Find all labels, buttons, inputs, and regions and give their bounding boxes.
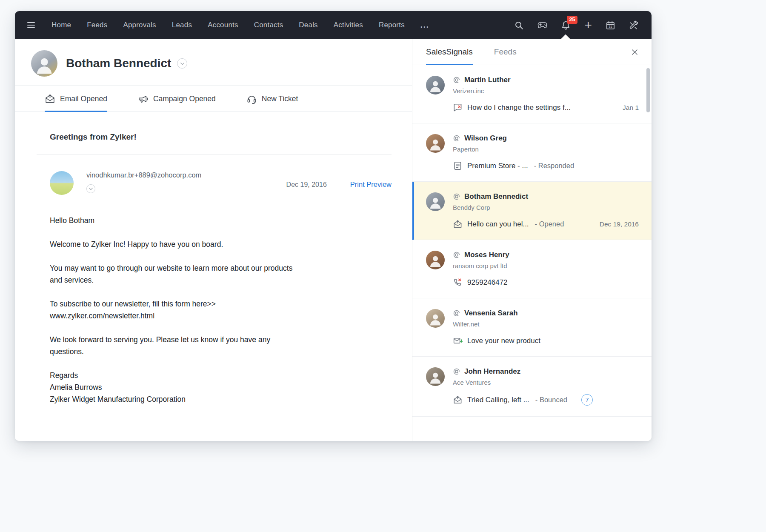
megaphone-icon <box>138 94 149 104</box>
email-body: Hello Botham Welcome to Zylker Inc! Happ… <box>50 215 382 405</box>
signal-item-john-hernandez[interactable]: John Hernandez Ace Ventures Tried Callin… <box>412 357 652 417</box>
nav-item-feeds[interactable]: Feeds <box>87 21 107 29</box>
tab-new-ticket[interactable]: New Ticket <box>246 86 298 112</box>
hamburger-icon <box>26 20 36 30</box>
nav-item-contacts[interactable]: Contacts <box>254 21 283 29</box>
nav-item-activities[interactable]: Activities <box>334 21 363 29</box>
sender-email-address: vinodhkumar.br+889@zohocorp.com <box>86 171 201 179</box>
email-paragraph: To subscribe to our newsletter, fill thi… <box>50 298 382 322</box>
notification-count-badge: 25 <box>567 16 578 24</box>
nav-more-button[interactable]: ... <box>420 21 429 30</box>
signal-item-vensenia-sarah[interactable]: Vensenia Sarah Wilfer.net Love your new … <box>412 298 652 357</box>
email-date: Dec 19, 2016 <box>286 181 327 189</box>
nav-item-leads[interactable]: Leads <box>172 21 192 29</box>
email-signature: Regards Amelia Burrows Zylker Widget Man… <box>50 369 382 405</box>
signal-detail-row: 9259246472 <box>453 277 639 287</box>
signal-count-badge: 7 <box>581 394 593 406</box>
nav-item-approvals[interactable]: Approvals <box>123 21 156 29</box>
nav-item-home[interactable]: Home <box>51 21 71 29</box>
person-silhouette-icon <box>428 195 443 210</box>
contact-avatar <box>31 50 57 77</box>
signal-name-row: Vensenia Sarah <box>453 309 639 317</box>
signal-company: Wilfer.net <box>453 320 639 328</box>
email-paragraph: Welcome to Zylker Inc! Happy to have you… <box>50 238 382 250</box>
sender-info: vinodhkumar.br+889@zohocorp.com <box>86 171 201 193</box>
email-subject: Greetings from Zylker! <box>50 132 392 142</box>
svg-text:31: 31 <box>609 25 612 29</box>
top-navigation: Home Feeds Approvals Leads Accounts Cont… <box>15 11 652 39</box>
quick-add-button[interactable]: + <box>584 19 592 31</box>
tab-campaign-opened[interactable]: Campaign Opened <box>138 86 216 112</box>
signal-company: ransom corp pvt ltd <box>453 262 639 269</box>
avatar <box>426 367 445 386</box>
email-opened-icon <box>453 395 463 405</box>
email-paragraph: You may want to go through our website t… <box>50 262 382 286</box>
panel-close-button[interactable] <box>631 48 639 56</box>
panel-tab-salessignals[interactable]: SalesSignals <box>426 39 473 65</box>
search-icon <box>514 20 524 30</box>
page-title-contact-name: Botham Bennedict <box>66 57 171 70</box>
signal-status: - Bounced <box>535 396 567 404</box>
signal-item-botham-bennedict-selected[interactable]: Botham Bennedict Benddy Corp Hello can y… <box>412 182 652 240</box>
signal-item-moses-henry[interactable]: Moses Henry ransom corp pvt ltd 92592464… <box>412 240 652 298</box>
nav-icon-group: 25 + 31 <box>514 19 639 31</box>
gamescope-button[interactable] <box>537 20 547 30</box>
panel-scrollbar-thumb[interactable] <box>646 68 650 112</box>
signal-detail-row: Tried Calling, left ... - Bounced 7 <box>453 394 639 406</box>
sender-avatar <box>50 171 74 195</box>
email-opened-icon <box>453 219 463 229</box>
signal-company: Paperton <box>453 146 639 153</box>
signal-status: - Opened <box>535 220 564 228</box>
contact-header: Botham Bennedict <box>15 39 412 85</box>
signal-item-wilson-greg[interactable]: Wilson Greg Paperton Premium Store - ...… <box>412 123 652 182</box>
person-silhouette-icon <box>428 254 443 268</box>
salessignal-icon <box>453 251 460 259</box>
content-area: Botham Bennedict Email Opened <box>15 39 652 441</box>
hamburger-menu-button[interactable] <box>26 20 36 30</box>
signal-contact-name: Wilson Greg <box>464 134 507 143</box>
signal-contact-name: Moses Henry <box>464 251 509 259</box>
tab-label: Campaign Opened <box>153 94 216 103</box>
signal-name-row: Wilson Greg <box>453 134 639 143</box>
plus-icon: + <box>584 19 592 31</box>
nav-item-deals[interactable]: Deals <box>299 21 317 29</box>
tab-email-opened[interactable]: Email Opened <box>45 86 107 112</box>
search-button[interactable] <box>514 20 524 30</box>
nav-items: Home Feeds Approvals Leads Accounts Cont… <box>51 21 429 30</box>
print-preview-link[interactable]: Print Preview <box>350 180 392 189</box>
tab-label: Email Opened <box>60 94 107 103</box>
person-silhouette-icon <box>428 312 443 326</box>
avatar <box>426 76 445 94</box>
nav-item-reports[interactable]: Reports <box>379 21 405 29</box>
survey-icon <box>453 161 463 171</box>
sender-details-chevron[interactable] <box>86 184 95 193</box>
app-window: Home Feeds Approvals Leads Accounts Cont… <box>15 11 652 441</box>
signal-detail-row: How do I change the settings f... Jan 1 <box>453 103 639 112</box>
signal-item-content: Wilson Greg Paperton Premium Store - ...… <box>453 134 639 171</box>
setup-tools-button[interactable] <box>629 20 639 30</box>
tools-icon <box>629 20 639 30</box>
signal-message: Hello can you hel... <box>467 220 529 229</box>
email-received-icon <box>453 336 463 346</box>
contact-options-chevron[interactable] <box>177 58 187 69</box>
signal-item-martin-luther[interactable]: Martin Luther Verizen.inc How do I chang… <box>412 65 652 123</box>
tab-label: New Ticket <box>262 94 298 103</box>
signal-company: Ace Ventures <box>453 379 639 386</box>
signal-detail-row: Love your new product <box>453 336 639 346</box>
signal-status: - Responded <box>534 162 574 170</box>
signal-name-row: Moses Henry <box>453 251 639 259</box>
calendar-icon: 31 <box>606 20 615 30</box>
calendar-button[interactable]: 31 <box>606 20 615 30</box>
panel-tab-feeds[interactable]: Feeds <box>494 39 517 65</box>
signal-message: 9259246472 <box>467 278 508 287</box>
nav-item-accounts[interactable]: Accounts <box>208 21 238 29</box>
signal-message: How do I change the settings f... <box>467 103 571 112</box>
avatar <box>426 251 445 269</box>
signal-name-row: Botham Bennedict <box>453 192 639 201</box>
missed-call-icon <box>453 277 463 287</box>
email-opened-icon <box>45 94 55 104</box>
salessignal-icon <box>453 193 460 200</box>
avatar <box>426 192 445 211</box>
signal-type-tabs: Email Opened Campaign Opened New Ti <box>15 86 412 112</box>
notifications-button[interactable]: 25 <box>561 20 571 30</box>
